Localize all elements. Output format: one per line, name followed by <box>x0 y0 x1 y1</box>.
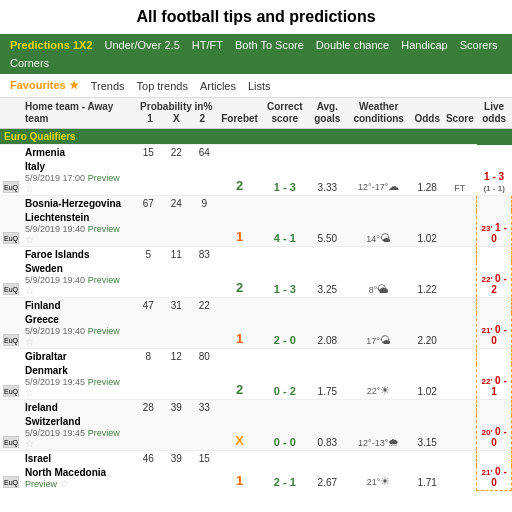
avg-goals: 5.50 <box>309 196 346 247</box>
avg-goals: 2.08 <box>309 298 346 349</box>
bookmark-icon[interactable]: ☆ <box>25 234 34 245</box>
weather-icon: 🌧 <box>388 436 399 448</box>
nav-both-to-score[interactable]: Both To Score <box>229 36 310 54</box>
header-prob: Probability in% 1 X 2 <box>134 98 218 129</box>
bookmark-icon[interactable]: ☆ <box>25 387 34 398</box>
live-time: 23' <box>481 224 492 233</box>
prob-1: 47 <box>134 298 162 314</box>
preview-link[interactable]: Preview <box>25 479 57 489</box>
forebet-prediction: 2 <box>218 349 261 400</box>
correct-score: 1 - 3 <box>261 247 309 298</box>
live-score: 0 - 0 <box>491 426 506 448</box>
live-score: 1 - 0 <box>491 222 506 244</box>
match-row-top: EuQFaroe Islands5118321 - 33.258°🌥1.2222… <box>0 247 512 263</box>
header-correct-score: Correct score <box>261 98 309 129</box>
match-row-top: EuQGibraltar8128020 - 21.7522°☀1.0222' 0… <box>0 349 512 365</box>
nav-articles[interactable]: Articles <box>194 78 242 94</box>
weather-temp: 14° <box>366 234 380 244</box>
preview-link[interactable]: Preview <box>88 275 120 285</box>
league-flag: EuQ <box>0 400 22 451</box>
odds: 1.71 <box>411 451 443 491</box>
prob-x: 39 <box>162 451 190 467</box>
prob-1: 15 <box>134 145 162 161</box>
flag-icon: EuQ <box>3 181 19 193</box>
odds: 3.15 <box>411 400 443 451</box>
flag-icon: EuQ <box>3 334 19 346</box>
prob-2: 22 <box>190 298 218 314</box>
header-score: Score <box>443 98 477 129</box>
nav-predictions-1x2[interactable]: Predictions 1X2 <box>4 36 99 54</box>
correct-score: 0 - 2 <box>261 349 309 400</box>
league-flag: EuQ <box>0 247 22 298</box>
live-score: 0 - 1 <box>491 375 506 397</box>
nav-top-trends[interactable]: Top trends <box>131 78 194 94</box>
header-odds: Odds <box>411 98 443 129</box>
match-time: 5/9/2019 19:40 <box>25 326 85 336</box>
league-flag: EuQ <box>0 196 22 247</box>
weather-temp: 12°-17° <box>358 182 388 192</box>
league-flag: EuQ <box>0 349 22 400</box>
live-odds: 1 - 3(1 - 1) <box>477 145 512 196</box>
prob-2: 64 <box>190 145 218 161</box>
weather: 14°🌤 <box>346 196 411 247</box>
weather: 12°-13°🌧 <box>346 400 411 451</box>
bookmark-icon[interactable]: ☆ <box>25 438 34 449</box>
score <box>443 247 477 298</box>
prob-2: 80 <box>190 349 218 365</box>
league-flag: EuQ <box>0 451 22 491</box>
weather-icon: ☁ <box>388 180 399 192</box>
table-container: Home team - Away team Probability in% 1 … <box>0 98 512 491</box>
live-odds: 20' 0 - 0 <box>477 400 512 451</box>
nav-trends[interactable]: Trends <box>85 78 131 94</box>
bookmark-icon[interactable]: ☆ <box>25 285 34 296</box>
nav-under-over[interactable]: Under/Over 2.5 <box>99 36 186 54</box>
nav-secondary: Favourites ★ Trends Top trends Articles … <box>0 74 512 98</box>
nav-double-chance[interactable]: Double chance <box>310 36 395 54</box>
nav-htft[interactable]: HT/FT <box>186 36 229 54</box>
sub-score: (1 - 1) <box>483 184 504 193</box>
preview-link[interactable]: Preview <box>88 326 120 336</box>
correct-score: 2 - 1 <box>261 451 309 491</box>
live-time: 21' <box>481 468 492 477</box>
preview-link[interactable]: Preview <box>88 377 120 387</box>
section-label: Euro Qualifiers <box>0 129 512 145</box>
weather-temp: 21° <box>367 477 381 487</box>
match-time: 5/9/2019 19:40 <box>25 224 85 234</box>
prob-x: 22 <box>162 145 190 161</box>
nav-corners[interactable]: Corners <box>4 54 55 72</box>
score <box>443 400 477 451</box>
weather-icon: 🌤 <box>380 334 391 346</box>
preview-link[interactable]: Preview <box>88 173 120 183</box>
home-team-name: Armenia <box>22 145 134 161</box>
prob-2: 9 <box>190 196 218 212</box>
match-row-top: EuQFinland47312212 - 02.0817°🌤2.2021' 0 … <box>0 298 512 314</box>
bookmark-icon[interactable]: ☆ <box>25 336 34 347</box>
flag-icon: EuQ <box>3 385 19 397</box>
away-team-info: Greece 5/9/2019 19:40 Preview ☆ <box>22 313 134 349</box>
score <box>443 451 477 491</box>
flag-icon: EuQ <box>3 283 19 295</box>
nav-favourites[interactable]: Favourites ★ <box>4 77 85 94</box>
avg-goals: 1.75 <box>309 349 346 400</box>
nav-lists[interactable]: Lists <box>242 78 277 94</box>
weather-temp: 17° <box>366 336 380 346</box>
header-live-odds: Live odds <box>477 98 512 129</box>
live-odds: 22' 0 - 2 <box>477 247 512 298</box>
section-header-row: Euro Qualifiers <box>0 129 512 145</box>
preview-link[interactable]: Preview <box>88 224 120 234</box>
nav-scorers[interactable]: Scorers <box>454 36 504 54</box>
column-headers: Home team - Away team Probability in% 1 … <box>0 98 512 129</box>
weather-icon: 🌤 <box>380 232 391 244</box>
weather: 17°🌤 <box>346 298 411 349</box>
bookmark-icon[interactable]: ☆ <box>60 478 69 489</box>
avg-goals: 3.33 <box>309 145 346 196</box>
bookmark-icon[interactable]: ☆ <box>25 183 34 194</box>
odds: 1.28 <box>411 145 443 196</box>
correct-score: 4 - 1 <box>261 196 309 247</box>
nav-handicap[interactable]: Handicap <box>395 36 453 54</box>
live-score: 0 - 0 <box>491 466 506 488</box>
away-team-info: Italy 5/9/2019 17:00 Preview ☆ <box>22 160 134 196</box>
final-score: 1 - 3 <box>484 171 504 182</box>
preview-link[interactable]: Preview <box>88 428 120 438</box>
away-team-info: Switzerland 5/9/2019 19:45 Preview ☆ <box>22 415 134 451</box>
